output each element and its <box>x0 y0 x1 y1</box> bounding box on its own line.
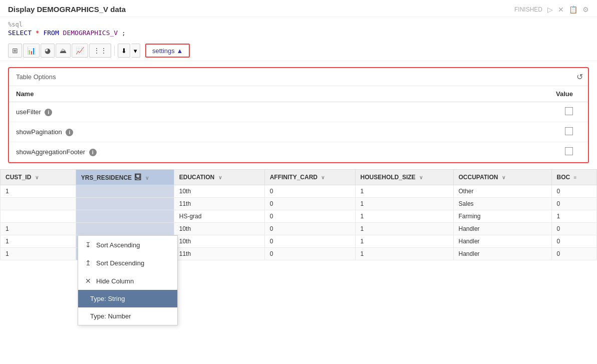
hide-column-item[interactable]: ✕ Hide Column <box>78 272 177 290</box>
options-table: Name Value useFilter i showPagination i <box>9 86 588 162</box>
table-cell: 1 <box>355 198 453 210</box>
panel-reset-btn[interactable]: ↺ <box>576 72 583 82</box>
type-string-label: Type: String <box>90 295 125 302</box>
col-cust-id[interactable]: CUST_ID ∨ <box>1 170 76 185</box>
yrs-filter-icon: ⛾ <box>134 173 141 181</box>
household-sort-icon: ∨ <box>419 175 423 180</box>
sort-descending-icon: ↥ <box>85 259 91 267</box>
option-value-usefilter <box>419 102 588 122</box>
table-cell: 1 <box>355 185 453 198</box>
option-row-usefilter: useFilter i <box>9 102 588 122</box>
table-cell: Handler <box>453 248 551 260</box>
yrs-sort-icon: ∨ <box>145 175 149 181</box>
table-cell: Handler <box>453 223 551 235</box>
table-row: 110th01Other0 <box>1 185 597 198</box>
table-cell: 0 <box>264 185 355 198</box>
option-name-showpagination: showPagination i <box>9 122 419 142</box>
header-actions: FINISHED ▷ ✕ 📋 ⚙ <box>514 6 589 14</box>
col-boc[interactable]: BOC ≡ <box>551 170 596 185</box>
showaggregation-info-icon[interactable]: i <box>89 149 97 156</box>
option-value-showaggregation <box>419 142 588 162</box>
code-sql: SELECT * FROM DEMOGRAPHICS_V ; <box>8 29 589 37</box>
option-row-showaggregation: showAggregationFooter i <box>9 142 588 162</box>
table-cell: 0 <box>264 223 355 235</box>
table-cell: 10th <box>174 223 264 235</box>
col-value-header: Value <box>419 86 588 102</box>
sort-ascending-item[interactable]: ↧ Sort Ascending <box>78 236 177 254</box>
view-bar-btn[interactable]: 📊 <box>23 44 40 58</box>
table-cell: 0 <box>264 198 355 210</box>
view-pie-btn[interactable]: ◕ <box>41 44 55 58</box>
table-cell: Sales <box>453 198 551 210</box>
page-header: Display DEMOGRAPHICS_V data FINISHED ▷ ✕… <box>0 0 597 17</box>
col-household-size[interactable]: HOUSEHOLD_SIZE ∨ <box>355 170 453 185</box>
showpagination-checkbox[interactable] <box>565 127 573 135</box>
table-cell <box>76 210 174 223</box>
table-cell: 10th <box>174 185 264 198</box>
table-cell: HS-grad <box>174 210 264 223</box>
view-line-btn[interactable]: 📈 <box>72 44 88 58</box>
table-cell: 0 <box>551 248 596 260</box>
col-yrs-residence[interactable]: YRS_RESIDENCE ⛾ ∨ <box>76 170 174 185</box>
sort-descending-item[interactable]: ↥ Sort Descending <box>78 254 177 272</box>
sql-semicolon: ; <box>122 29 126 37</box>
separator <box>114 46 115 56</box>
type-number-label: Type: Number <box>90 312 131 320</box>
table-cell: 1 <box>1 235 76 248</box>
table-header-row: CUST_ID ∨ YRS_RESIDENCE ⛾ ∨ EDUCATION ∨ … <box>1 170 597 185</box>
option-name-usefilter: useFilter i <box>9 102 419 122</box>
table-cell <box>76 185 174 198</box>
stop-icon[interactable]: ✕ <box>558 6 564 14</box>
settings-btn[interactable]: settings ▲ <box>145 44 190 58</box>
table-cell: Handler <box>453 235 551 248</box>
table-row: 110th01Handler0 <box>1 223 597 235</box>
table-cell: 0 <box>551 223 596 235</box>
usefilter-info-icon[interactable]: i <box>45 109 52 116</box>
view-scatter-btn[interactable]: ⋮⋮ <box>89 44 111 58</box>
table-cell: 0 <box>264 235 355 248</box>
download-dropdown-btn[interactable]: ▾ <box>131 44 140 58</box>
col-affinity-card[interactable]: AFFINITY_CARD ∨ <box>264 170 355 185</box>
panel-header: Table Options <box>9 68 588 86</box>
column-dropdown-menu: ↧ Sort Ascending ↥ Sort Descending ✕ Hid… <box>78 235 178 325</box>
view-table-btn[interactable]: ⊞ <box>8 44 22 58</box>
col-education[interactable]: EDUCATION ∨ <box>174 170 264 185</box>
cust-id-sort-icon: ∨ <box>35 175 39 180</box>
settings-label: settings ▲ <box>152 47 183 55</box>
table-cell <box>1 198 76 210</box>
table-cell: 1 <box>355 223 453 235</box>
settings-icon[interactable]: ⚙ <box>582 6 589 14</box>
run-icon[interactable]: ▷ <box>547 6 553 14</box>
sql-table: DEMOGRAPHICS_V <box>63 29 118 37</box>
sort-ascending-icon: ↧ <box>85 241 91 249</box>
showaggregation-checkbox[interactable] <box>565 147 573 155</box>
view-area-btn[interactable]: ⛰ <box>56 44 71 58</box>
table-cell: 1 <box>355 235 453 248</box>
type-string-item[interactable]: Type: String <box>78 290 177 307</box>
usefilter-checkbox[interactable] <box>565 107 573 115</box>
option-value-showpagination <box>419 122 588 142</box>
table-cell: 10th <box>174 235 264 248</box>
table-cell: 0 <box>551 235 596 248</box>
hide-column-icon: ✕ <box>85 277 91 285</box>
download-btn[interactable]: ⬇ <box>118 44 130 58</box>
table-cell: 1 <box>1 185 76 198</box>
table-cell: 1 <box>1 248 76 260</box>
showpagination-info-icon[interactable]: i <box>66 129 73 136</box>
hide-column-label: Hide Column <box>96 277 134 285</box>
export-icon[interactable]: 📋 <box>569 6 577 14</box>
col-name-header: Name <box>9 86 419 102</box>
type-number-item[interactable]: Type: Number <box>78 307 177 325</box>
option-name-showaggregation: showAggregationFooter i <box>9 142 419 162</box>
table-options-panel: Table Options ↺ Name Value useFilter i s… <box>8 67 589 163</box>
occupation-sort-icon: ∨ <box>502 175 505 180</box>
download-icon: ⬇ <box>121 47 127 55</box>
table-cell <box>76 223 174 235</box>
col-occupation[interactable]: OCCUPATION ∨ <box>453 170 551 185</box>
table-cell: 11th <box>174 198 264 210</box>
sort-descending-label: Sort Descending <box>96 259 144 267</box>
table-cell: 1 <box>355 248 453 260</box>
sql-select: SELECT <box>8 29 32 37</box>
table-cell <box>76 198 174 210</box>
education-sort-icon: ∨ <box>218 175 222 180</box>
